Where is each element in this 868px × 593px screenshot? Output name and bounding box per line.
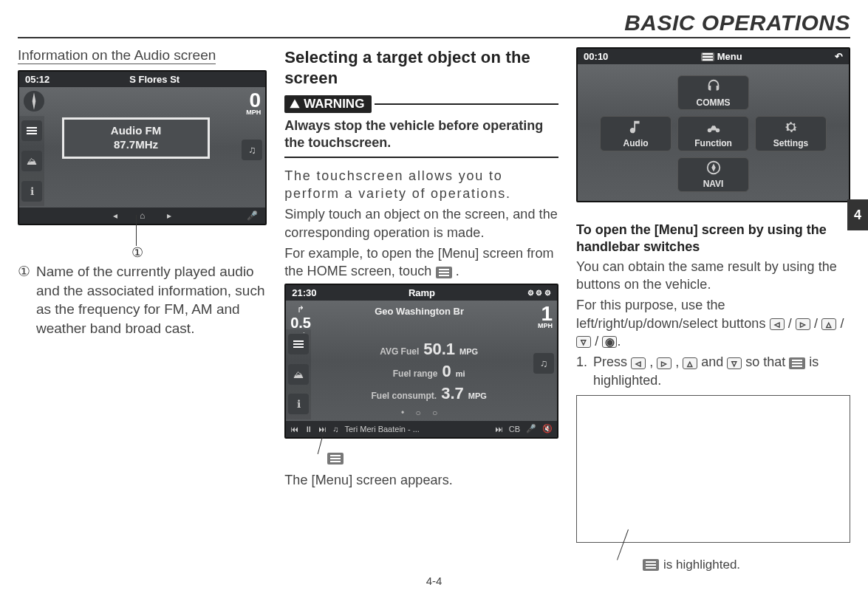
touchscreen-example: For example, to open the [Menu] screen f… <box>284 244 558 281</box>
handlebar-p2: For this purpose, use the left/right/up/… <box>576 296 850 350</box>
down-button-icon: ▿ <box>576 336 591 348</box>
mic-icon: 🎤 <box>247 210 258 221</box>
illustration-placeholder <box>576 395 850 543</box>
shot-bottombar: ◂⌂▸ 🎤 <box>19 208 265 224</box>
tile-label: NAVI <box>703 179 724 189</box>
left-button-icon: ◃ <box>770 318 785 330</box>
motorcycle-icon <box>705 119 722 135</box>
menu-lines-icon <box>643 559 659 571</box>
shot-time: 21:30 <box>292 287 316 298</box>
menu-lines-icon <box>327 453 344 465</box>
fuel-cons-unit: MPG <box>468 391 487 400</box>
home-button-icon: ⌂ <box>140 210 145 221</box>
touchscreen-intro-1: The touchscreen allows you to perform a … <box>284 167 558 203</box>
menu-lines-icon <box>701 52 714 61</box>
menu-tile-settings[interactable]: Settings <box>755 116 827 151</box>
nav-icon: ⛰ <box>21 151 42 171</box>
sub-street: Geo Washington Br <box>318 306 520 317</box>
fuel-cons-value: 3.7 <box>441 384 464 403</box>
column-3: 00:10 Menu ↶ COMMS Audio <box>576 47 850 566</box>
nav-icon: ⛰ <box>288 364 309 385</box>
speed-unit: MPH <box>246 109 261 115</box>
column-2: Selecting a target object on the screen … <box>284 47 558 566</box>
speed-readout: 0 MPH <box>246 91 261 115</box>
speed-value: 1 <box>541 302 553 325</box>
fuel-range-unit: mi <box>456 369 465 378</box>
column-1: Information on the Audio screen 05:12 S … <box>18 47 267 566</box>
right-button-icon: ▹ <box>796 318 810 330</box>
info-icon: ℹ <box>21 181 42 202</box>
music-icon: ♫ <box>242 138 262 162</box>
tile-label: Settings <box>773 138 808 148</box>
avg-fuel-value: 50.1 <box>423 340 455 359</box>
speed-readout: 1 MPH <box>538 304 553 329</box>
left-button-icon: ◃ <box>631 357 646 369</box>
headset-icon <box>705 78 722 95</box>
up-button-icon: ▵ <box>821 318 836 330</box>
tile-label: COMMS <box>697 97 731 108</box>
audio-info-subhead: Information on the Audio screen <box>18 47 216 64</box>
back-icon: ↶ <box>835 51 843 62</box>
menu-lines-icon <box>21 120 42 141</box>
tile-label: Function <box>694 138 732 148</box>
compass-icon <box>705 160 722 176</box>
page-dots: • ○ ○ <box>286 408 557 418</box>
menu-tile-audio[interactable]: Audio <box>600 116 671 151</box>
menu-tile-navi[interactable]: NAVI <box>677 157 749 192</box>
callout-menu-icon <box>284 439 558 468</box>
audio-screenshot: 05:12 S Flores St 0 MPH ⛰ ℹ ♫ Audio FM 8… <box>18 70 267 225</box>
touchscreen-intro-2: Simply touch an object on the screen, an… <box>284 205 558 241</box>
callout-1: ① <box>18 225 267 255</box>
fuel-range-label: Fuel range <box>393 369 438 379</box>
fuel-metrics: AVG Fuel50.1MPG Fuel range0mi Fuel consu… <box>338 337 520 406</box>
fuel-cons-label: Fuel consumpt. <box>371 391 437 401</box>
warning-triangle-icon <box>289 98 301 110</box>
side-icons: ⛰ ℹ <box>19 116 44 206</box>
menu-lines-icon <box>436 267 452 278</box>
avg-fuel-label: AVG Fuel <box>380 346 419 357</box>
audio-info-box: Audio FM 87.7MHz <box>62 117 210 159</box>
speed-unit: MPH <box>538 323 553 329</box>
home-screenshot: 21:30 Ramp ⚙ ⚙ ⚙ ↱ 0.5 mi Geo Washington… <box>284 284 558 439</box>
select-button-icon: ◉ <box>602 336 617 348</box>
side-icons: ⛰ ℹ <box>286 329 311 419</box>
right-button-icon: ▹ <box>657 357 671 369</box>
warning-badge: WARNING <box>284 95 372 113</box>
audio-title: Audio FM <box>64 124 208 137</box>
selecting-target-title: Selecting a target object on the screen <box>284 47 558 88</box>
audio-frequency: 87.7MHz <box>64 138 208 151</box>
highlight-callout: is highlighted. <box>576 544 850 566</box>
shot-street: Ramp <box>316 287 527 298</box>
music-note-icon <box>628 119 644 135</box>
shot-time: 05:12 <box>25 74 49 85</box>
down-button-icon: ▿ <box>727 357 742 369</box>
list-marker-1: ① <box>18 262 30 338</box>
warning-badge-row: WARNING <box>284 95 558 113</box>
step-1-text: Press ◃ , ▹ , ▵ and ▿ so that is highlig… <box>593 353 850 390</box>
page-header: BASIC OPERATIONS <box>18 10 850 38</box>
shot-time: 00:10 <box>584 51 608 62</box>
avg-fuel-unit: MPG <box>459 347 478 356</box>
menu-appears-text: The [Menu] screen appears. <box>284 471 558 489</box>
up-button-icon: ▵ <box>683 357 697 369</box>
example-text-a: For example, to open the [Menu] screen f… <box>284 246 553 278</box>
warning-text: Always stop the vehicle before operating… <box>284 117 558 158</box>
track-bar: ⏮⏸⏭ ♫ Teri Meri Baatein - ... ⏭ CB🎤🔇 <box>286 421 557 437</box>
handlebar-lead: To open the [Menu] screen by using the h… <box>576 222 850 256</box>
step-1-number: 1. <box>576 353 587 390</box>
tile-label: Audio <box>623 138 649 148</box>
menu-lines-icon <box>789 357 805 369</box>
track-title: Teri Meri Baatein - ... <box>344 425 419 433</box>
menu-tile-comms[interactable]: COMMS <box>677 75 749 110</box>
callout-marker-1: ① <box>131 244 143 261</box>
gear-icon <box>783 119 799 135</box>
music-icon: ♫ <box>533 352 554 375</box>
audio-info-description: Name of the currently played audio and t… <box>36 262 267 338</box>
fuel-range-value: 0 <box>442 362 451 381</box>
warning-label: WARNING <box>304 97 364 112</box>
handlebar-p1: You can obtain the same result by using … <box>576 258 850 294</box>
highlight-caption: is highlighted. <box>663 558 740 572</box>
menu-tile-function[interactable]: Function <box>677 116 749 151</box>
page-number: 4-4 <box>0 575 868 587</box>
example-text-b: . <box>456 264 459 278</box>
